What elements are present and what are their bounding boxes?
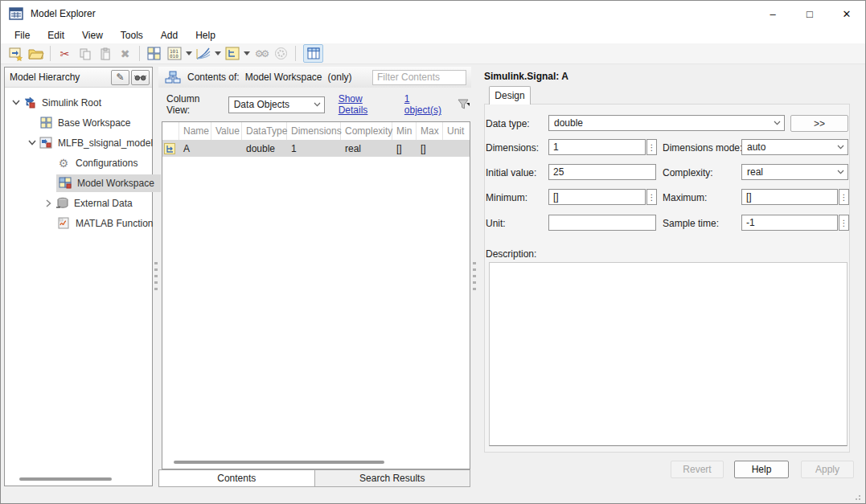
hierarchy-dropdown[interactable] xyxy=(242,44,251,63)
column-header-unit[interactable]: Unit xyxy=(443,122,466,140)
sample-time-input[interactable] xyxy=(741,215,838,231)
dimensions-mode-select[interactable]: auto xyxy=(741,139,848,155)
minimize-button[interactable]: – xyxy=(754,1,791,27)
new-model-button[interactable] xyxy=(6,44,26,63)
data-type-value: double xyxy=(554,117,774,129)
maximum-options-button[interactable]: ⋮ xyxy=(839,189,849,205)
resize-grip[interactable] xyxy=(854,494,860,500)
column-header-dimensions[interactable]: Dimensions xyxy=(287,122,341,140)
base-workspace-view-button[interactable] xyxy=(144,44,164,63)
column-header-datatype[interactable]: DataType xyxy=(242,122,287,140)
description-textarea[interactable] xyxy=(489,262,848,446)
filter-options-button[interactable] xyxy=(458,98,471,111)
column-header-value[interactable]: Value xyxy=(211,122,242,140)
contents-of-label: Contents of: xyxy=(187,72,240,83)
chevron-down-icon[interactable] xyxy=(10,100,23,105)
show-details-link[interactable]: Show Details xyxy=(339,93,391,116)
dimensions-options-button[interactable]: ⋮ xyxy=(646,139,657,155)
right-splitter[interactable] xyxy=(471,67,477,487)
data-objects-view-button[interactable]: 101 010 xyxy=(164,44,184,63)
menu-tools[interactable]: Tools xyxy=(112,28,152,43)
matlab-function-icon xyxy=(56,217,71,230)
data-objects-dropdown[interactable] xyxy=(184,44,193,63)
menu-help[interactable]: Help xyxy=(187,28,224,43)
tab-contents[interactable]: Contents xyxy=(159,470,315,486)
column-header-name[interactable]: Name xyxy=(179,122,211,140)
model-hierarchy-panel: Model Hierarchy ✎ xyxy=(4,67,153,486)
edit-button[interactable]: ✎ xyxy=(111,70,129,85)
maximize-button[interactable]: □ xyxy=(791,1,828,27)
minimum-options-button[interactable]: ⋮ xyxy=(646,189,657,205)
object-count-link[interactable]: 1 object(s) xyxy=(404,93,446,116)
menu-view[interactable]: View xyxy=(73,28,112,43)
table-row[interactable]: A double 1 real [] [] xyxy=(162,140,470,157)
funnel-icon xyxy=(458,98,471,111)
gear-circle-icon xyxy=(274,47,288,60)
data-type-assistant-button[interactable]: >> xyxy=(790,115,848,132)
chevron-right-icon[interactable] xyxy=(42,199,55,207)
hierarchy-view-button[interactable] xyxy=(222,44,242,63)
tree-item-matlab-function[interactable]: MATLAB Function xyxy=(5,213,152,233)
data-type-select[interactable]: double xyxy=(548,115,785,131)
help-button[interactable]: Help xyxy=(734,461,789,478)
delete-button[interactable]: ✖ xyxy=(115,44,135,63)
revert-button[interactable]: Revert xyxy=(671,461,724,478)
filter-contents-input[interactable] xyxy=(372,70,466,85)
gears-icon: ⚙⚙ xyxy=(255,49,268,59)
signal-curves-dropdown[interactable] xyxy=(213,44,222,63)
dimensions-mode-label: Dimensions mode: xyxy=(663,142,742,154)
process-button[interactable]: ⚙⚙ xyxy=(251,44,271,63)
pencil-icon: ✎ xyxy=(116,72,124,83)
column-header-max[interactable]: Max xyxy=(417,122,443,140)
hierarchy-horizontal-scrollbar[interactable] xyxy=(19,477,112,481)
initial-value-input[interactable] xyxy=(548,164,656,180)
tree-item-model[interactable]: MLFB_slsignal_model xyxy=(5,133,152,153)
settings-button[interactable] xyxy=(271,44,291,63)
complexity-select[interactable]: real xyxy=(741,164,848,180)
maximum-input[interactable] xyxy=(741,189,838,205)
base-workspace-icon xyxy=(39,117,53,129)
tree-item-configurations[interactable]: ⚙ Configurations xyxy=(5,153,152,173)
model-hierarchy-tree: Simulink Root Base Workspace xyxy=(5,88,152,233)
tab-design[interactable]: Design xyxy=(489,86,531,104)
tree-item-base-workspace[interactable]: Base Workspace xyxy=(5,113,152,133)
minimum-input[interactable] xyxy=(548,189,646,205)
menu-add[interactable]: Add xyxy=(152,28,187,43)
column-view-select[interactable]: Data Objects xyxy=(228,96,325,113)
splitter-grip xyxy=(473,262,476,293)
dimensions-label: Dimensions: xyxy=(486,142,539,154)
tree-item-simulink-root[interactable]: Simulink Root xyxy=(5,92,152,113)
view-options-button[interactable] xyxy=(131,70,150,85)
contents-panel: Contents of: Model Workspace (only) Colu… xyxy=(158,67,471,487)
column-header-min[interactable]: Min xyxy=(392,122,417,140)
tab-search-results[interactable]: Search Results xyxy=(315,470,470,486)
icon-column-header[interactable] xyxy=(162,122,179,140)
maximum-label: Maximum: xyxy=(663,192,707,203)
menu-file[interactable]: File xyxy=(6,28,39,43)
open-button[interactable] xyxy=(26,44,46,63)
table-header-row: Name Value DataType Dimensions Complexit… xyxy=(162,122,470,140)
complexity-label: Complexity: xyxy=(663,167,713,178)
paste-button[interactable] xyxy=(95,44,115,63)
chevron-down-icon[interactable] xyxy=(26,140,39,145)
toolbar: ✂ ✖ 101 xyxy=(1,43,865,64)
tree-item-external-data[interactable]: External Data xyxy=(5,193,152,213)
left-splitter[interactable] xyxy=(153,67,158,487)
column-header-complexity[interactable]: Complexity xyxy=(341,122,392,140)
cell-min: [] xyxy=(392,143,417,154)
dimensions-input[interactable] xyxy=(548,139,646,155)
unit-input[interactable] xyxy=(548,215,656,231)
table-horizontal-scrollbar[interactable] xyxy=(174,461,384,464)
apply-button[interactable]: Apply xyxy=(801,461,854,478)
cut-button[interactable]: ✂ xyxy=(55,44,75,63)
sample-time-options-button[interactable]: ⋮ xyxy=(839,215,849,231)
signal-curves-view-button[interactable] xyxy=(193,44,213,63)
copy-button[interactable] xyxy=(75,44,95,63)
chevron-down-icon xyxy=(774,121,781,125)
column-view-toggle-button[interactable] xyxy=(303,44,323,63)
tree-item-model-workspace[interactable]: Model Workspace xyxy=(5,173,152,193)
model-workspace-icon xyxy=(58,177,72,190)
menu-edit[interactable]: Edit xyxy=(39,28,73,43)
chevron-down-icon xyxy=(314,102,321,107)
close-button[interactable]: ✕ xyxy=(828,1,865,27)
